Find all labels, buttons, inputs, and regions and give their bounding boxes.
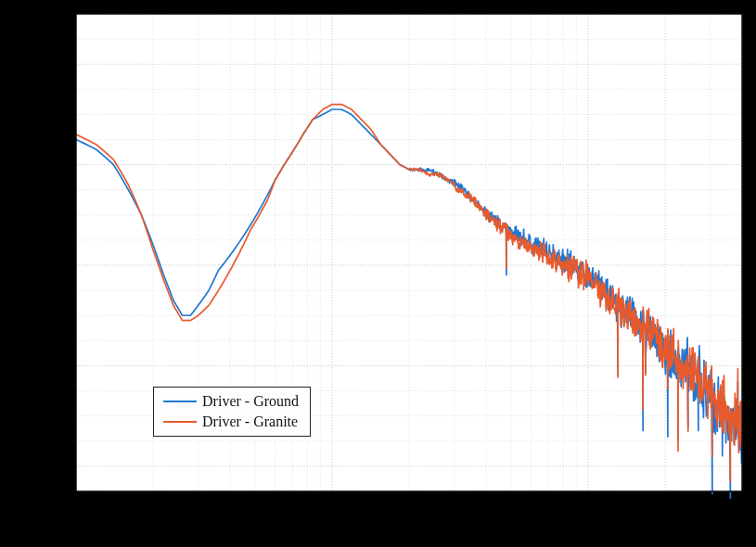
legend-swatch — [163, 401, 197, 402]
line-chart — [0, 0, 756, 547]
chart-container: Driver - Ground Driver - Granite — [0, 0, 756, 547]
legend-label: Driver - Ground — [202, 393, 308, 410]
legend: Driver - Ground Driver - Granite — [153, 387, 311, 437]
legend-item: Driver - Granite — [156, 412, 308, 432]
legend-item: Driver - Ground — [156, 391, 308, 412]
legend-swatch — [163, 421, 197, 423]
legend-label: Driver - Granite — [202, 413, 307, 430]
